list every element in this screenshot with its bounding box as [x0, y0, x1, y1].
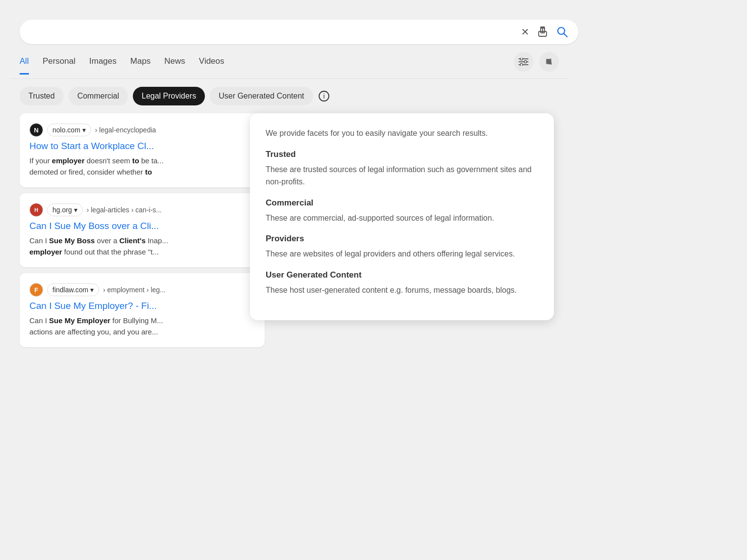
chevron-down-icon: ▾: [74, 206, 77, 214]
chevron-down-icon: ▾: [82, 126, 86, 134]
share-button[interactable]: [537, 26, 548, 37]
tabs-container: All Personal Images Maps News Videos: [10, 44, 569, 79]
search-bar: how to sue my boss ✕: [20, 20, 578, 44]
site-name-hgorg[interactable]: hg.org ▾: [47, 204, 83, 216]
chevron-down-icon: ▾: [90, 286, 94, 294]
breadcrumb-hgorg: › legal-articles › can-i-s...: [87, 206, 162, 214]
svg-point-9: [521, 64, 523, 66]
site-logo-hgorg: H: [29, 203, 43, 217]
result-snippet-hgorg: Can I Sue My Boss over a Client's Inap..…: [29, 235, 255, 257]
tooltip-section-commercial: Commercial These are commercial, ad-supp…: [266, 198, 538, 225]
tab-all[interactable]: All: [20, 56, 29, 75]
breadcrumb-nolo: › legal-encyclopedia: [95, 126, 156, 134]
facet-ugc[interactable]: User Generated Content: [210, 87, 313, 105]
site-name-label: hg.org: [52, 206, 72, 214]
tooltip-ugc-title: User Generated Content: [266, 270, 538, 280]
results-panel: N nolo.com ▾ › legal-encyclopedia How to…: [20, 113, 265, 353]
tooltip-providers-desc: These are websites of legal providers an…: [266, 248, 538, 260]
tooltip-panel: We provide facets for you to easily navi…: [250, 113, 554, 320]
site-logo-findlaw: F: [29, 283, 43, 297]
facets-container: Trusted Commercial Legal Providers User …: [10, 79, 569, 113]
main-content: N nolo.com ▾ › legal-encyclopedia How to…: [10, 113, 569, 353]
result-source: N nolo.com ▾ › legal-encyclopedia: [29, 123, 255, 137]
site-logo-nolo: N: [29, 123, 43, 137]
tooltip-trusted-title: Trusted: [266, 150, 538, 159]
svg-point-8: [524, 61, 527, 63]
info-button[interactable]: i: [318, 90, 330, 102]
result-title-findlaw[interactable]: Can I Sue My Employer? - Fi...: [29, 301, 255, 311]
search-icon-group: ✕: [521, 25, 569, 38]
tooltip-trusted-desc: These are trusted sources of legal infor…: [266, 163, 538, 188]
filter-button[interactable]: [514, 52, 533, 72]
site-name-label: nolo.com: [52, 126, 80, 134]
tooltip-section-providers: Providers These are websites of legal pr…: [266, 234, 538, 260]
result-card: N nolo.com ▾ › legal-encyclopedia How to…: [20, 113, 265, 187]
result-title-nolo[interactable]: How to Start a Workplace Cl...: [29, 141, 255, 152]
clear-button[interactable]: ✕: [521, 26, 529, 38]
site-name-findlaw[interactable]: findlaw.com ▾: [47, 283, 99, 296]
breadcrumb-findlaw: › employment › leg...: [103, 286, 166, 294]
result-card: H hg.org ▾ › legal-articles › can-i-s...…: [20, 193, 265, 267]
location-button[interactable]: [539, 52, 559, 72]
result-title-hgorg[interactable]: Can I Sue My Boss over a Cli...: [29, 221, 255, 231]
result-source: F findlaw.com ▾ › employment › leg...: [29, 283, 255, 297]
tooltip-ugc-desc: These host user-generated content e.g. f…: [266, 284, 538, 297]
tooltip-providers-title: Providers: [266, 234, 538, 244]
svg-line-3: [564, 34, 568, 37]
facet-commercial[interactable]: Commercial: [69, 87, 128, 105]
tooltip-section-trusted: Trusted These are trusted sources of leg…: [266, 150, 538, 188]
tooltip-commercial-desc: These are commercial, ad-supported sourc…: [266, 212, 538, 225]
search-input[interactable]: how to sue my boss: [29, 26, 516, 38]
result-card: F findlaw.com ▾ › employment › leg... Ca…: [20, 273, 265, 347]
tooltip-section-ugc: User Generated Content These host user-g…: [266, 270, 538, 297]
search-button[interactable]: [556, 25, 569, 38]
facet-trusted[interactable]: Trusted: [20, 87, 64, 105]
tab-actions: [514, 52, 559, 78]
tooltip-intro: We provide facets for you to easily navi…: [266, 127, 538, 140]
result-snippet-nolo: If your employer doesn't seem to be ta..…: [29, 155, 255, 178]
tooltip-commercial-title: Commercial: [266, 198, 538, 208]
search-bar-container: how to sue my boss ✕: [10, 10, 737, 44]
svg-point-7: [521, 58, 523, 60]
tab-maps[interactable]: Maps: [130, 56, 151, 75]
facet-legal-providers[interactable]: Legal Providers: [133, 87, 205, 105]
site-name-nolo[interactable]: nolo.com ▾: [47, 124, 91, 136]
result-source: H hg.org ▾ › legal-articles › can-i-s...: [29, 203, 255, 217]
tab-news[interactable]: News: [164, 56, 185, 75]
tab-personal[interactable]: Personal: [43, 56, 75, 75]
tab-images[interactable]: Images: [89, 56, 117, 75]
svg-text:i: i: [323, 92, 324, 100]
tab-videos[interactable]: Videos: [199, 56, 224, 75]
site-name-label: findlaw.com: [52, 286, 88, 294]
result-snippet-findlaw: Can I Sue My Employer for Bullying M...a…: [29, 315, 255, 337]
